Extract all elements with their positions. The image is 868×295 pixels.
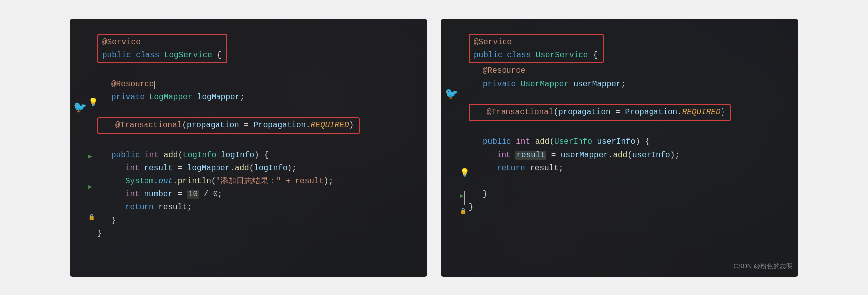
log-service-panel: 🐦 💡 ▶ ▶ 🔒 @Service public class LogServi…	[70, 19, 427, 277]
panels-container: 🐦 💡 ▶ ▶ 🔒 @Service public class LogServi…	[70, 19, 798, 277]
line2-field: private UserMapper userMapper;	[469, 78, 789, 91]
fold-icon-2: 🔒	[460, 206, 467, 215]
gutter-arrow-3: ▶	[460, 191, 464, 200]
cursor-line-indicator	[464, 191, 465, 205]
bulb-icon-2: 💡	[460, 168, 470, 177]
line2-close2: }	[469, 201, 789, 214]
line2-blank-t	[469, 122, 789, 135]
line-method-sig: public int add(LogInfo logInfo) {	[97, 149, 417, 162]
watermark: CSDN @粉色的志明	[733, 262, 793, 271]
red-box-transactional: @Transactional(propagation = Propagation…	[97, 117, 360, 135]
line2-return: return result;	[469, 162, 789, 175]
line2-service-annotation: @Service	[474, 36, 598, 49]
line-blank-t	[97, 135, 417, 148]
line-field: private LogMapper logMapper;	[97, 91, 417, 104]
line-int-result: int result = logMapper.add(logInfo);	[97, 162, 417, 175]
line2-class-decl: public class UserService {	[474, 49, 598, 61]
line-service-annotation: @Service	[102, 36, 221, 49]
line-resource: @Resource	[97, 78, 417, 91]
line2-resource: @Resource	[469, 64, 789, 77]
watermark-text: CSDN @粉色的志明	[733, 262, 793, 270]
line-blank2	[97, 104, 417, 117]
line-class-decl: public class LogService {	[102, 49, 221, 61]
bird-icon-2: 🐦	[445, 87, 458, 101]
line2-blank	[469, 91, 789, 104]
fold-icon-1: 🔒	[88, 212, 95, 221]
bulb-icon-1: 💡	[88, 97, 98, 107]
bird-icon-1: 🐦	[73, 101, 87, 114]
panel1-code: @Service public class LogService { @Reso…	[70, 19, 427, 250]
gutter-arrow-2: ▶	[88, 182, 92, 191]
line2-blank2	[469, 175, 789, 188]
red-box-transactional2: @Transactional(propagation = Propagation…	[469, 104, 731, 121]
line-return: return result;	[97, 201, 417, 214]
red-box-userclass: @Service public class UserService {	[469, 34, 604, 64]
line2-close1: }	[469, 188, 789, 201]
panel2-code: @Service public class UserService { @Res…	[441, 19, 798, 224]
gutter-arrow-1: ▶	[88, 152, 92, 161]
line-close1: }	[97, 214, 417, 227]
user-service-panel: 🐦 💡 ▶ 🔒 @Service public class UserServic…	[441, 19, 798, 277]
line-int-number: int number = 10 / 0;	[97, 188, 417, 201]
line-sysout: System.out.println("添加日志结果：" + result);	[97, 175, 417, 188]
line2-method-sig: public int add(UserInfo userInfo) {	[469, 135, 789, 148]
line-close2: }	[97, 227, 417, 240]
line2-int-result: int result = userMapper.add(userInfo);	[469, 149, 789, 162]
line-blank1	[97, 64, 417, 77]
red-box-class: @Service public class LogService {	[97, 34, 227, 64]
